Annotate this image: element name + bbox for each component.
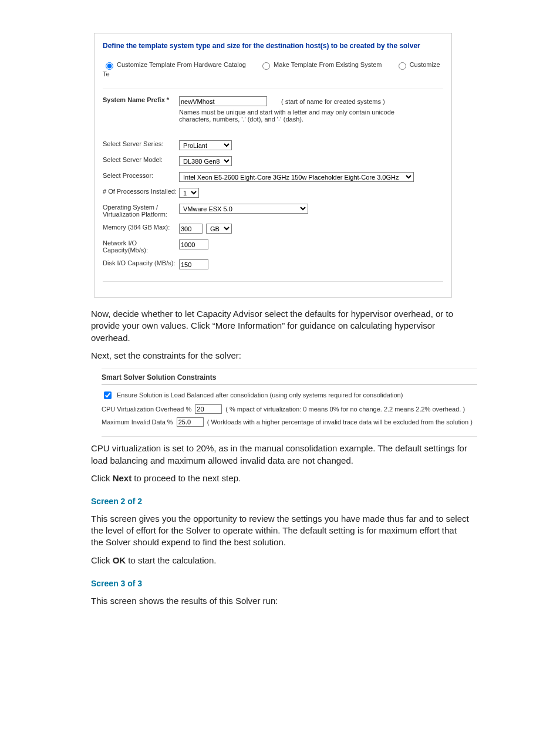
radio-customize-catalog-label: Customize Template From Hardware Catalog <box>117 61 246 68</box>
paragraph-cpu-virt: CPU virtualization is set to 20%, as in … <box>91 443 469 467</box>
system-name-input[interactable] <box>179 96 267 106</box>
system-name-row: System Name Prefix * ( start of name for… <box>103 96 443 123</box>
disk-io-label: Disk I/O Capacity (MB/s): <box>103 259 179 266</box>
num-processors-label: # Of Processors Installed: <box>103 188 179 195</box>
network-io-row: Network I/O Capacity(Mb/s): <box>103 239 443 254</box>
server-model-row: Select Server Model: DL380 Gen8 <box>103 156 443 166</box>
radio-existing-system-input[interactable] <box>262 62 270 70</box>
radio-existing-system[interactable]: Make Template From Existing System <box>259 61 384 68</box>
server-model-label: Select Server Model: <box>103 156 179 163</box>
constraints-panel: Smart Solver Solution Constraints Ensure… <box>102 369 477 437</box>
load-balanced-row: Ensure Solution is Load Balanced after c… <box>102 390 477 401</box>
os-platform-label: Operating System / Virtualization Platfo… <box>103 204 179 218</box>
body-text: Now, decide whether to let Capacity Advi… <box>91 308 469 607</box>
disk-io-input[interactable] <box>179 259 208 269</box>
panel-heading: Define the template system type and size… <box>103 42 443 50</box>
num-processors-row: # Of Processors Installed: 1 <box>103 188 443 198</box>
server-model-select[interactable]: DL380 Gen8 <box>179 156 232 166</box>
memory-input[interactable] <box>179 224 203 234</box>
system-name-note1: ( start of name for created systems ) <box>281 98 385 105</box>
constraints-title: Smart Solver Solution Constraints <box>102 373 477 385</box>
processor-row: Select Processor: Intel Xeon E5-2600 Eig… <box>103 172 443 182</box>
max-invalid-hint: ( Workloads with a higher percentage of … <box>207 418 473 427</box>
server-series-label: Select Server Series: <box>103 140 179 147</box>
system-name-label: System Name Prefix * <box>103 96 179 103</box>
define-template-panel: Define the template system type and size… <box>94 33 452 298</box>
radio-customize-te-input[interactable] <box>399 62 406 70</box>
cpu-overhead-row: CPU Virtualization Overhead % ( % mpact … <box>102 404 477 414</box>
os-platform-select[interactable]: VMware ESX 5.0 <box>179 204 308 214</box>
processor-label: Select Processor: <box>103 172 179 179</box>
network-io-label: Network I/O Capacity(Mb/s): <box>103 239 179 254</box>
paragraph-constraints-intro: Next, set the constraints for the solver… <box>91 350 469 362</box>
disk-io-row: Disk I/O Capacity (MB/s): <box>103 259 443 269</box>
radio-customize-catalog[interactable]: Customize Template From Hardware Catalog <box>103 61 248 68</box>
radio-customize-catalog-input[interactable] <box>106 62 113 70</box>
os-platform-row: Operating System / Virtualization Platfo… <box>103 204 443 218</box>
processor-select[interactable]: Intel Xeon E5-2600 Eight-Core 3GHz 150w … <box>179 172 414 182</box>
paragraph-click-ok: Click OK to start the calculation. <box>91 555 469 566</box>
network-io-input[interactable] <box>179 239 208 249</box>
paragraph-screen3: This screen shows the results of this So… <box>91 595 469 607</box>
max-invalid-row: Maximum Invalid Data % ( Workloads with … <box>102 417 477 427</box>
cpu-overhead-input[interactable] <box>195 404 222 414</box>
screen-3-heading: Screen 3 of 3 <box>91 578 469 589</box>
memory-row: Memory (384 GB Max): GB <box>103 224 443 234</box>
max-invalid-label: Maximum Invalid Data % <box>102 418 173 427</box>
screen-2-heading: Screen 2 of 2 <box>91 496 469 507</box>
radio-existing-system-label: Make Template From Existing System <box>274 61 382 68</box>
load-balanced-label: Ensure Solution is Load Balanced after c… <box>117 391 403 400</box>
server-series-row: Select Server Series: ProLiant <box>103 140 443 150</box>
paragraph-overhead: Now, decide whether to let Capacity Advi… <box>91 308 469 344</box>
template-source-radios: Customize Template From Hardware Catalog… <box>103 60 443 89</box>
max-invalid-input[interactable] <box>177 417 204 427</box>
cpu-overhead-label: CPU Virtualization Overhead % <box>102 405 191 414</box>
memory-label: Memory (384 GB Max): <box>103 224 179 231</box>
paragraph-screen2: This screen gives you the opportunity to… <box>91 513 469 549</box>
cpu-overhead-hint: ( % mpact of virtualization: 0 means 0% … <box>225 405 465 414</box>
paragraph-click-next: Click Next to proceed to the next step. <box>91 472 469 484</box>
server-series-select[interactable]: ProLiant <box>179 140 232 150</box>
system-name-note2: Names must be unique and start with a le… <box>179 109 426 123</box>
num-processors-select[interactable]: 1 <box>179 188 199 198</box>
memory-unit-select[interactable]: GB <box>206 224 232 234</box>
load-balanced-checkbox[interactable] <box>104 391 112 399</box>
